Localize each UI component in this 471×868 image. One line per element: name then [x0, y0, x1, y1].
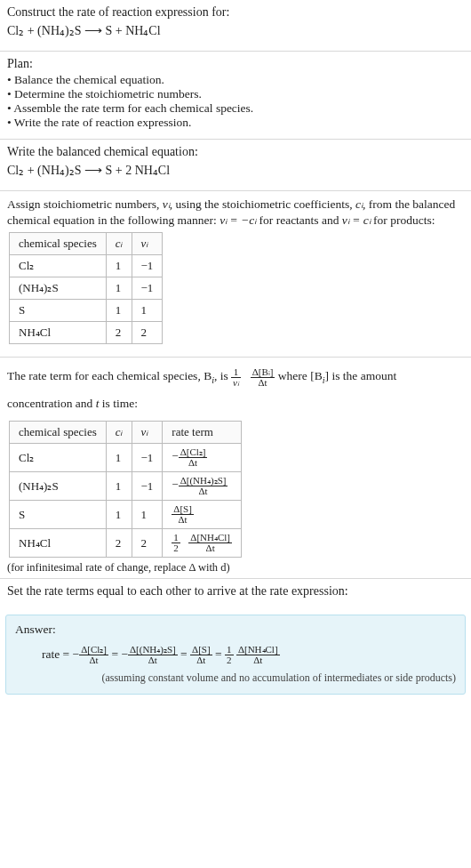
nui: −1 [132, 277, 163, 300]
half-fraction: 12 [172, 533, 180, 553]
den: Δt [190, 655, 212, 665]
den: Δt [79, 655, 108, 665]
c-i: cᵢ [355, 197, 363, 211]
rate-term: −Δ[Cl₂]Δt [163, 444, 242, 472]
text: The rate term for each chemical species,… [7, 369, 212, 382]
rate-expression: rate = −Δ[Cl₂]Δt = −Δ[(NH₄)₂S]Δt = Δ[S]Δ… [15, 642, 456, 666]
half-fraction: 12 [225, 645, 234, 665]
col-nui: νᵢ [132, 422, 163, 444]
ci: 1 [106, 300, 132, 322]
den: Δt [128, 655, 178, 665]
rate-term: −Δ[(NH₄)₂S]Δt [163, 472, 242, 501]
ci: 2 [106, 529, 132, 558]
den: Δt [188, 543, 232, 553]
den: Δt [179, 486, 228, 496]
fraction: Δ[S]Δt [172, 504, 194, 525]
table-row: S 1 1 [10, 300, 163, 322]
species: NH₄Cl [10, 529, 107, 558]
rate-term-text: The rate term for each chemical species,… [7, 363, 464, 417]
table-row: chemical species cᵢ νᵢ [10, 233, 163, 255]
col-species: chemical species [10, 233, 107, 255]
rate-expr-heading: Set the rate terms equal to each other t… [7, 584, 464, 599]
text: is time: [99, 397, 138, 410]
plan-item: Assemble the rate term for each chemical… [7, 101, 464, 116]
plan-list: Balance the chemical equation. Determine… [7, 73, 464, 130]
plan-item: Write the rate of reaction expression. [7, 116, 464, 130]
problem-heading: Construct the rate of reaction expressio… [7, 5, 464, 20]
answer-label: Answer: [15, 623, 456, 637]
table-row: chemical species cᵢ νᵢ rate term [10, 422, 242, 444]
text: , using the stoichiometric coefficients, [170, 197, 355, 211]
table-row: S 1 1 Δ[S]Δt [10, 501, 242, 529]
ci: 1 [106, 444, 132, 472]
ci: 1 [106, 501, 132, 529]
ci: 1 [106, 277, 132, 300]
eq: = − [108, 647, 128, 661]
stoich-text: Assign stoichiometric numbers, νᵢ, using… [7, 197, 464, 229]
section-rate-expression: Set the rate terms equal to each other t… [0, 579, 471, 609]
den: Δt [236, 655, 280, 665]
relation: νᵢ = −cᵢ [220, 213, 256, 227]
assumption-note: (assuming constant volume and no accumul… [15, 666, 456, 685]
section-balanced: Write the balanced chemical equation: Cl… [0, 140, 471, 191]
text: for products: [371, 213, 435, 227]
stoich-table: chemical species cᵢ νᵢ Cl₂ 1 −1 (NH₄)₂S … [9, 232, 163, 344]
neg: − [172, 450, 178, 463]
nui: −1 [132, 444, 163, 472]
plan-item: Balance the chemical equation. [7, 73, 464, 87]
ci: 1 [106, 255, 132, 277]
nui: −1 [132, 472, 163, 501]
ci: 2 [106, 322, 132, 344]
species: NH₄Cl [10, 322, 107, 344]
col-rate-term: rate term [163, 422, 242, 444]
section-rate-terms: The rate term for each chemical species,… [0, 358, 471, 558]
balanced-heading: Write the balanced chemical equation: [7, 145, 464, 159]
col-ci: cᵢ [106, 422, 132, 444]
species: S [10, 501, 107, 529]
table-row: NH₄Cl 2 2 [10, 322, 163, 344]
neg: − [172, 478, 178, 492]
fraction: Δ[(NH₄)₂S]Δt [128, 645, 178, 665]
eq: = [212, 647, 225, 661]
balanced-equation: Cl₂ + (NH₄)₂S ⟶ S + 2 NH₄Cl [7, 161, 464, 181]
rate-term-table: chemical species cᵢ νᵢ rate term Cl₂ 1 −… [9, 421, 242, 558]
inverse-nu-fraction: 1νᵢ [231, 367, 241, 388]
den: Δt [251, 378, 275, 388]
plan-item: Determine the stoichiometric numbers. [7, 87, 464, 101]
den: Δt [172, 515, 194, 525]
section-plan: Plan: Balance the chemical equation. Det… [0, 52, 471, 140]
text: , is [214, 369, 231, 382]
species: (NH₄)₂S [10, 277, 107, 300]
den: νᵢ [231, 378, 241, 388]
rate-term: Δ[S]Δt [163, 501, 242, 529]
unbalanced-equation: Cl₂ + (NH₄)₂S ⟶ S + NH₄Cl [7, 21, 464, 42]
col-species: chemical species [10, 422, 107, 444]
den: 2 [225, 655, 234, 665]
relation: νᵢ = cᵢ [342, 213, 371, 227]
species: S [10, 300, 107, 322]
text: for reactants and [256, 213, 342, 227]
nui: 1 [132, 501, 163, 529]
answer-box: Answer: rate = −Δ[Cl₂]Δt = −Δ[(NH₄)₂S]Δt… [5, 615, 466, 695]
fraction: Δ[Cl₂]Δt [79, 645, 108, 665]
table-row: (NH₄)₂S 1 −1 [10, 277, 163, 300]
table-row: Cl₂ 1 −1 −Δ[Cl₂]Δt [10, 444, 242, 472]
table-row: (NH₄)₂S 1 −1 −Δ[(NH₄)₂S]Δt [10, 472, 242, 501]
rate-term: 12 Δ[NH₄Cl]Δt [163, 529, 242, 558]
fraction: Δ[NH₄Cl]Δt [188, 533, 232, 553]
table-row: NH₄Cl 2 2 12 Δ[NH₄Cl]Δt [10, 529, 242, 558]
fraction: Δ[(NH₄)₂S]Δt [179, 476, 228, 496]
fraction: Δ[NH₄Cl]Δt [236, 645, 280, 665]
species: Cl₂ [10, 255, 107, 277]
fraction: Δ[Cl₂]Δt [179, 447, 208, 468]
text: Assign stoichiometric numbers, [7, 197, 163, 211]
col-nui: νᵢ [132, 233, 163, 255]
infinitesimal-note: (for infinitesimal rate of change, repla… [0, 561, 471, 579]
nui: −1 [132, 255, 163, 277]
ci: 1 [106, 472, 132, 501]
nui: 1 [132, 300, 163, 322]
nu-i: νᵢ [163, 197, 170, 211]
nui: 2 [132, 529, 163, 558]
table-row: Cl₂ 1 −1 [10, 255, 163, 277]
eq: = [178, 647, 190, 661]
